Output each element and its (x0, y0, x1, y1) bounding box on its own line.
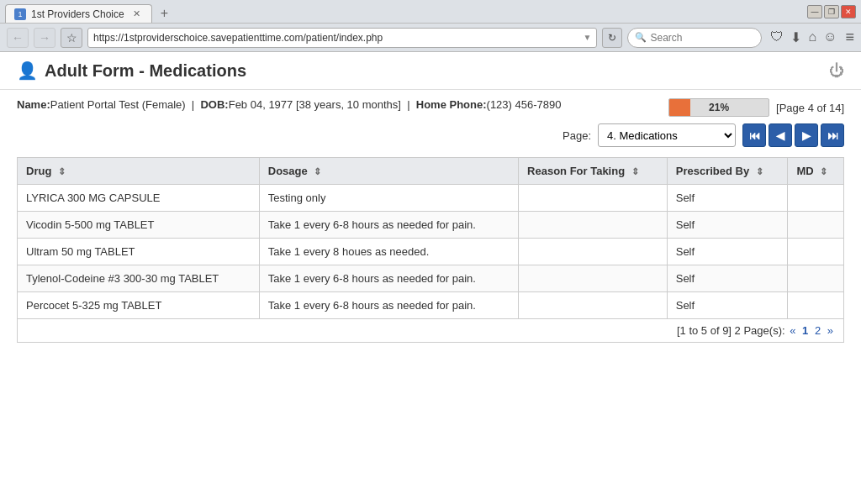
cell-prescribed: Self (667, 265, 788, 292)
col-drug[interactable]: Drug ⇕ (18, 158, 260, 185)
maximize-button[interactable]: ❐ (824, 5, 839, 18)
cell-dosage: Take 1 every 6-8 hours as needed for pai… (259, 212, 518, 239)
cell-prescribed: Self (667, 292, 788, 319)
drug-sort-icon: ⇕ (58, 166, 66, 177)
cell-md (788, 265, 844, 292)
page-title-text: Adult Form - Medications (45, 61, 246, 81)
pagination-first-link[interactable]: « (790, 324, 795, 337)
cell-reason (519, 185, 668, 212)
cell-drug: Percocet 5-325 mg TABLET (18, 292, 260, 319)
emoji-icon[interactable]: ☺ (823, 29, 837, 45)
tab-title: 1st Providers Choice (31, 8, 124, 20)
shield-icon[interactable]: 🛡 (770, 29, 784, 45)
home-icon[interactable]: ⌂ (808, 29, 816, 45)
name-value: Patient Portal Test (Female) (50, 98, 186, 111)
md-sort-icon: ⇕ (820, 166, 827, 177)
window-controls: — ❐ ✕ (807, 5, 856, 18)
page-content: 👤 Adult Form - Medications ⏻ Name:Patien… (0, 52, 861, 504)
cell-prescribed: Self (667, 212, 788, 239)
cell-drug: Ultram 50 mg TABLET (18, 239, 260, 265)
progress-section: 21% [Page 4 of 14] (668, 98, 844, 117)
col-reason[interactable]: Reason For Taking ⇕ (519, 158, 668, 185)
bookmark-button[interactable]: ☆ (61, 28, 82, 48)
url-dropdown-arrow[interactable]: ▼ (584, 33, 592, 42)
prev-page-button[interactable]: ◀ (769, 123, 792, 147)
table-row: Percocet 5-325 mg TABLET Take 1 every 6-… (18, 292, 844, 319)
patient-info-bar: Name:Patient Portal Test (Female) | DOB:… (0, 90, 861, 117)
back-button[interactable]: ← (7, 28, 29, 48)
cell-md (788, 185, 844, 212)
address-bar: ← → ☆ https://1stproviderschoice.savepat… (0, 24, 861, 52)
reason-sort-icon: ⇕ (631, 166, 639, 177)
cell-prescribed: Self (667, 239, 788, 265)
progress-bar: 21% (668, 98, 769, 117)
cell-md (788, 212, 844, 239)
reload-button[interactable]: ↻ (602, 28, 622, 48)
page-select[interactable]: 4. Medications 1. Demographics 2. Insura… (598, 123, 736, 147)
pagination-page-1-link[interactable]: 1 (802, 324, 808, 337)
last-page-button[interactable]: ⏭ (821, 123, 844, 147)
toolbar-icons: 🛡 ⬇ ⌂ ☺ (770, 29, 837, 45)
minimize-button[interactable]: — (807, 5, 822, 18)
cell-dosage: Take 1 every 8 houes as needed. (259, 239, 518, 265)
search-icon: 🔍 (635, 32, 647, 43)
table-footer: [1 to 5 of 9] 2 Page(s): « 1 2 » (18, 319, 844, 343)
col-prescribed[interactable]: Prescribed By ⇕ (667, 158, 788, 185)
cell-dosage: Testing only (259, 185, 518, 212)
patient-info-text: Name:Patient Portal Test (Female) | DOB:… (17, 98, 668, 111)
forward-button[interactable]: → (34, 28, 55, 48)
pagination-page-2-link[interactable]: 2 (815, 324, 821, 337)
cell-md (788, 239, 844, 265)
cell-prescribed: Self (667, 185, 788, 212)
dosage-sort-icon: ⇕ (314, 166, 321, 177)
pagination-info: [1 to 5 of 9] 2 Page(s): (677, 324, 788, 337)
cell-md (788, 292, 844, 319)
browser-tab[interactable]: 1 1st Providers Choice ✕ (5, 4, 152, 23)
search-bar[interactable]: 🔍 (627, 28, 762, 48)
phone-value: (123) 456-7890 (487, 98, 562, 111)
first-page-button[interactable]: ⏮ (742, 123, 766, 147)
cell-dosage: Take 1 every 6-8 hours as needed for pai… (259, 265, 518, 292)
col-dosage[interactable]: Dosage ⇕ (259, 158, 518, 185)
tab-close-button[interactable]: ✕ (131, 8, 143, 20)
page-label: Page: (563, 129, 591, 142)
cell-dosage: Take 1 every 6-8 hours as needed for pai… (259, 292, 518, 319)
progress-percent: 21% (709, 102, 729, 113)
search-input[interactable] (650, 32, 751, 44)
cell-reason (519, 239, 668, 265)
nav-buttons: ⏮ ◀ ▶ ⏭ (742, 123, 844, 147)
page-header: 👤 Adult Form - Medications ⏻ (0, 52, 861, 90)
cell-drug: Tylenol-Codeine #3 300-30 mg TABLET (18, 265, 260, 292)
url-text: https://1stproviderschoice.savepatientti… (93, 32, 580, 44)
url-bar[interactable]: https://1stproviderschoice.savepatientti… (87, 28, 597, 48)
cell-reason (519, 292, 668, 319)
prescribed-sort-icon: ⇕ (756, 166, 763, 177)
download-icon[interactable]: ⬇ (790, 29, 801, 45)
pagination-last-link[interactable]: » (827, 324, 833, 337)
progress-fill (669, 99, 690, 116)
table-section: Drug ⇕ Dosage ⇕ Reason For Taking ⇕ Pres… (0, 157, 861, 351)
menu-button[interactable]: ≡ (845, 29, 854, 46)
dob-label: DOB: (200, 98, 228, 111)
cell-reason (519, 265, 668, 292)
table-row: Ultram 50 mg TABLET Take 1 every 8 houes… (18, 239, 844, 265)
col-md[interactable]: MD ⇕ (788, 158, 844, 185)
new-tab-button[interactable]: + (156, 4, 173, 23)
person-icon: 👤 (17, 60, 38, 81)
table-row: LYRICA 300 MG CAPSULE Testing only Self (18, 185, 844, 212)
browser-chrome: 1 1st Providers Choice ✕ + — ❐ ✕ (0, 0, 861, 24)
power-button[interactable]: ⏻ (829, 62, 844, 80)
cell-reason (519, 212, 668, 239)
phone-label: Home Phone: (416, 98, 487, 111)
next-page-button[interactable]: ▶ (795, 123, 818, 147)
page-info: [Page 4 of 14] (776, 102, 844, 114)
page-navigator: Page: 4. Medications 1. Demographics 2. … (0, 117, 861, 157)
table-row: Tylenol-Codeine #3 300-30 mg TABLET Take… (18, 265, 844, 292)
tab-bar: 1 1st Providers Choice ✕ + (5, 0, 173, 23)
name-label: Name: (17, 98, 50, 111)
cell-drug: Vicodin 5-500 mg TABLET (18, 212, 260, 239)
dob-value: Feb 04, 1977 [38 years, 10 months] (229, 98, 401, 111)
close-button[interactable]: ✕ (841, 5, 856, 18)
medications-table: Drug ⇕ Dosage ⇕ Reason For Taking ⇕ Pres… (17, 157, 844, 343)
tab-favicon: 1 (14, 8, 26, 20)
